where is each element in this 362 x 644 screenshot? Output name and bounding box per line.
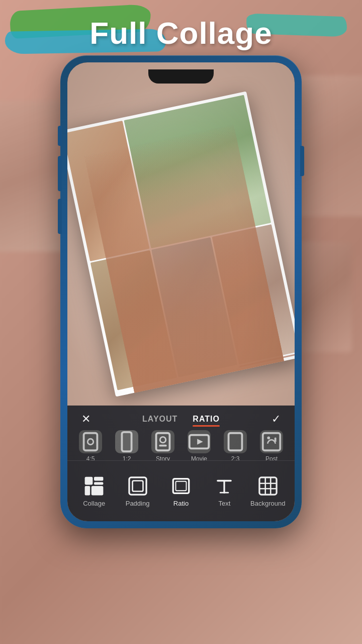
ratio-option-label-1-2: 1:2 bbox=[123, 455, 131, 461]
phone-frame: ✕ LAYOUT RATIO ✓ bbox=[60, 55, 302, 528]
ratio-option-post[interactable]: Post bbox=[253, 428, 290, 461]
ratio-option-icon-story bbox=[151, 430, 174, 453]
phone-volume-down-button bbox=[58, 199, 62, 234]
ratio-option-icon-4-5 bbox=[79, 430, 102, 453]
ratio-option-2-3[interactable]: 2:3 bbox=[217, 428, 253, 461]
svg-rect-0 bbox=[84, 433, 98, 450]
svg-rect-9 bbox=[263, 433, 281, 450]
svg-marker-7 bbox=[197, 439, 203, 445]
padding-icon bbox=[127, 475, 148, 497]
nav-label-padding: Padding bbox=[126, 500, 150, 507]
nav-item-collage[interactable]: Collage bbox=[74, 471, 114, 511]
svg-rect-11 bbox=[85, 476, 93, 485]
svg-rect-8 bbox=[229, 433, 242, 450]
nav-item-text[interactable]: Text bbox=[204, 471, 244, 511]
nav-item-background[interactable]: Background bbox=[248, 471, 288, 511]
svg-point-4 bbox=[160, 437, 166, 443]
phone-notch bbox=[148, 69, 214, 84]
svg-rect-13 bbox=[94, 482, 103, 485]
confirm-button[interactable]: ✓ bbox=[267, 411, 285, 428]
ratio-option-icon-movie bbox=[188, 430, 211, 453]
collage-wrapper bbox=[67, 77, 295, 411]
bg-photo-right bbox=[297, 75, 362, 216]
ratio-header: ✕ LAYOUT RATIO ✓ bbox=[67, 406, 295, 428]
text-icon bbox=[214, 475, 235, 497]
close-button[interactable]: ✕ bbox=[77, 411, 95, 428]
ratio-option-label-2-3: 2:3 bbox=[231, 455, 240, 461]
background-icon bbox=[257, 475, 279, 497]
ratio-bar: ✕ LAYOUT RATIO ✓ bbox=[67, 406, 295, 461]
layout-label: LAYOUT bbox=[142, 415, 177, 424]
nav-toolbar: Collage Padding bbox=[67, 461, 295, 521]
svg-rect-3 bbox=[156, 433, 170, 450]
svg-rect-14 bbox=[85, 486, 90, 495]
ratio-title-group: LAYOUT RATIO bbox=[142, 415, 220, 424]
svg-rect-2 bbox=[122, 432, 131, 451]
bottom-panel: ✕ LAYOUT RATIO ✓ bbox=[67, 406, 295, 521]
ratio-option-label-movie: Movie bbox=[191, 455, 207, 461]
collage-cell-9 bbox=[179, 368, 238, 380]
svg-rect-5 bbox=[159, 444, 166, 446]
ratio-option-icon-post bbox=[260, 430, 283, 453]
phone-screen: ✕ LAYOUT RATIO ✓ bbox=[67, 62, 295, 521]
app-title: Full Collage bbox=[89, 15, 272, 51]
phone-volume-up-button bbox=[58, 156, 62, 191]
ratio-options: 4:5 1:2 bbox=[67, 428, 295, 460]
ratio-option-4-5[interactable]: 4:5 bbox=[72, 428, 109, 461]
collage-icon bbox=[83, 475, 105, 497]
svg-point-10 bbox=[267, 436, 270, 439]
svg-rect-12 bbox=[94, 476, 103, 480]
nav-item-padding[interactable]: Padding bbox=[118, 471, 158, 511]
phone-power-button bbox=[300, 146, 304, 176]
svg-rect-20 bbox=[259, 477, 277, 494]
ratio-option-label-4-5: 4:5 bbox=[86, 455, 95, 461]
svg-rect-15 bbox=[92, 486, 104, 495]
nav-label-ratio: Ratio bbox=[173, 500, 189, 507]
phone-container: ✕ LAYOUT RATIO ✓ bbox=[60, 55, 302, 528]
nav-item-ratio[interactable]: Ratio bbox=[161, 471, 201, 511]
ratio-label: RATIO bbox=[193, 415, 220, 424]
nav-label-text: Text bbox=[218, 500, 230, 507]
ratio-option-story[interactable]: Story bbox=[145, 428, 181, 461]
collage-card bbox=[67, 91, 295, 396]
ratio-option-movie[interactable]: Movie bbox=[181, 428, 217, 461]
ratio-option-icon-1-2 bbox=[115, 430, 138, 453]
svg-point-1 bbox=[87, 439, 94, 445]
ratio-option-1-2[interactable]: 1:2 bbox=[109, 428, 145, 461]
svg-rect-19 bbox=[175, 481, 186, 490]
phone-mute-button bbox=[58, 126, 62, 146]
ratio-icon bbox=[170, 475, 192, 497]
nav-label-collage: Collage bbox=[83, 500, 105, 507]
ratio-option-label-story: Story bbox=[156, 455, 170, 461]
nav-label-background: Background bbox=[250, 500, 285, 507]
ratio-option-label-post: Post bbox=[265, 455, 278, 461]
ratio-option-icon-2-3 bbox=[224, 430, 247, 453]
svg-rect-17 bbox=[132, 480, 143, 491]
header-area: Full Collage bbox=[0, 0, 362, 65]
svg-rect-16 bbox=[129, 477, 146, 494]
